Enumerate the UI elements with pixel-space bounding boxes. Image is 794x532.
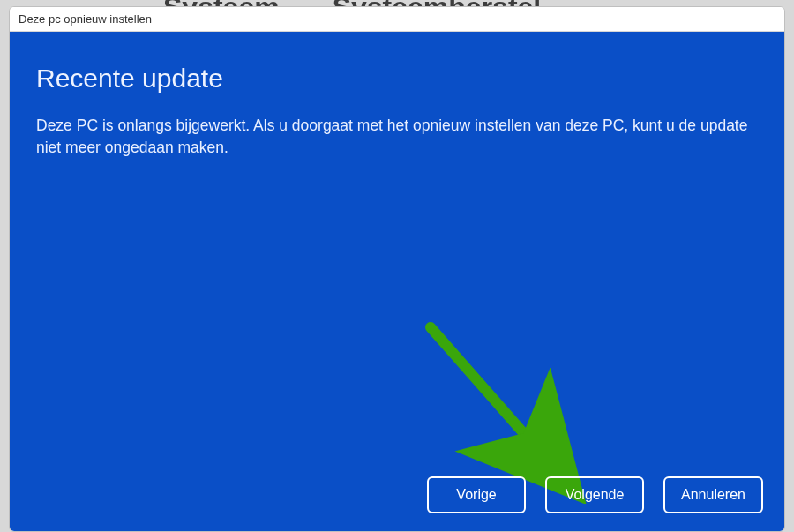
dialog-button-row: Vorige Volgende Annuleren bbox=[427, 476, 763, 513]
reset-pc-window: Deze pc opnieuw instellen Recente update… bbox=[9, 6, 785, 532]
dialog-heading: Recente update bbox=[36, 64, 758, 94]
previous-button[interactable]: Vorige bbox=[427, 476, 526, 513]
next-button[interactable]: Volgende bbox=[545, 476, 644, 513]
cancel-button[interactable]: Annuleren bbox=[663, 476, 763, 513]
dialog-body-text: Deze PC is onlangs bijgewerkt. Als u doo… bbox=[36, 115, 758, 160]
window-title: Deze pc opnieuw instellen bbox=[19, 12, 152, 26]
dialog-content: Recente update Deze PC is onlangs bijgew… bbox=[10, 32, 784, 531]
svg-line-0 bbox=[431, 327, 558, 473]
window-titlebar[interactable]: Deze pc opnieuw instellen bbox=[10, 7, 784, 32]
